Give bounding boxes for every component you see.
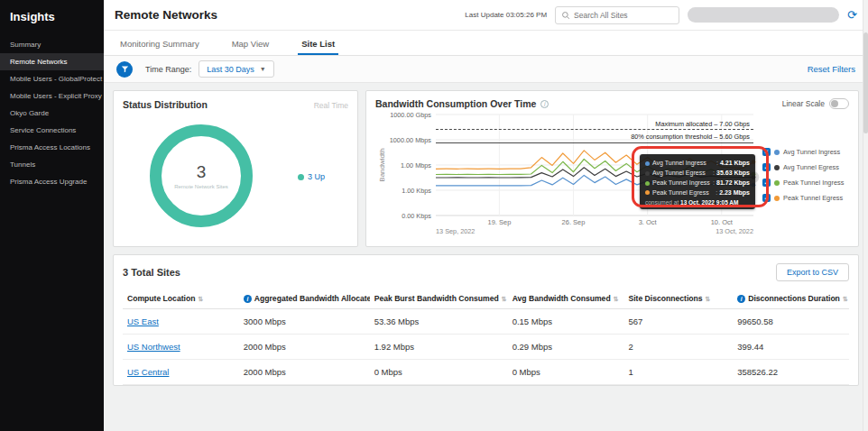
plot-column: Maximum allocated – 7.00 Gbps80% consump… [436, 115, 753, 235]
tooltip-row: Avg Tunnel Egress:35.63 Kbps [645, 169, 750, 179]
sidebar-item-okyo-garde[interactable]: Okyo Garde [0, 105, 104, 122]
refresh-icon[interactable]: ⟳ [847, 9, 857, 21]
funnel-icon [121, 65, 129, 73]
redacted-account-pill [688, 7, 839, 23]
table-cell: 2000 Mbps [239, 335, 370, 360]
x-tick: 26. Sep [562, 218, 586, 226]
site-count-label: Remote Network Sites [174, 184, 228, 189]
y-tick: 1.00 Kbps [402, 187, 431, 195]
toggle-knob [831, 100, 838, 107]
table-cell: 2 [623, 335, 733, 360]
column-header-avg-bandwidth-consumed[interactable]: Avg Bandwidth Consumed⇅ [508, 289, 624, 309]
y-axis-title-wrap: Bandwidth [375, 115, 387, 216]
sidebar-item-prisma-access-upgrade[interactable]: Prisma Access Upgrade [0, 173, 104, 190]
sort-icon[interactable]: ⇅ [614, 296, 619, 302]
info-icon[interactable]: i [244, 295, 252, 303]
linear-scale-label: Linear Scale [782, 99, 825, 108]
checkbox-checked-icon[interactable]: ✓ [762, 148, 771, 156]
sidebar-item-mobile-users-globalprotect[interactable]: Mobile Users - GlobalProtect [0, 70, 104, 87]
tab-monitoring-summary[interactable]: Monitoring Summary [116, 31, 203, 55]
scrollbar[interactable] [863, 0, 868, 431]
series-color-dot [645, 181, 650, 186]
series-color-dot [645, 171, 650, 176]
linear-scale-toggle[interactable] [829, 98, 849, 109]
table-cell: 3000 Mbps [239, 309, 370, 335]
checkbox-checked-icon[interactable]: ✓ [762, 163, 771, 171]
status-legend-up[interactable]: 3 Up [298, 172, 325, 181]
series-color-dot [774, 196, 780, 201]
legend-label: Avg Tunnel Egress [783, 163, 839, 171]
tooltip-series-label: Avg Tunnel Ingress [652, 159, 715, 169]
table-cell: 0.29 Mbps [508, 335, 624, 360]
linear-scale-control: Linear Scale [782, 98, 849, 109]
table-row: US Northwest2000 Mbps1.92 Mbps0.29 Mbps2… [123, 335, 849, 360]
y-tick: 1000.00 Gbps [390, 111, 431, 119]
reset-filters-link[interactable]: Reset Filters [808, 64, 855, 74]
y-tick: 1000.00 Mbps [390, 136, 431, 144]
table-title: 3 Total Sites [123, 267, 180, 278]
up-count-label: 3 Up [308, 172, 325, 181]
legend-label: Avg Tunnel Ingress [783, 148, 840, 156]
tab-map-view[interactable]: Map View [228, 31, 273, 55]
filter-icon-button[interactable] [116, 61, 133, 78]
table-cell: 0 Mbps [370, 360, 508, 385]
scrollbar-thumb[interactable] [863, 32, 868, 133]
table-cell: 2000 Mbps [239, 360, 370, 385]
site-link-us-east[interactable]: US East [127, 316, 159, 326]
tooltip-series-label: Peak Tunnel Egress [652, 188, 714, 198]
column-header-site-disconnections[interactable]: Site Disconnections⇅ [623, 289, 733, 309]
sites-table-card: 3 Total Sites Export to CSV Compute Loca… [113, 254, 859, 386]
sort-icon[interactable]: ⇅ [198, 296, 203, 302]
time-range-value: Last 30 Days [207, 65, 254, 74]
chart-legend: ✓Avg Tunnel Ingress✓Avg Tunnel Egress✓Pe… [753, 115, 849, 235]
column-header-compute-location[interactable]: Compute Location⇅ [123, 289, 239, 309]
site-link-us-central[interactable]: US Central [127, 367, 169, 377]
time-range-select[interactable]: Last 30 Days ▼ [199, 60, 273, 78]
app-title: Insights [0, 0, 104, 36]
legend-item-peak-tunnel-ingress[interactable]: ✓Peak Tunnel Ingress [762, 179, 849, 187]
bandwidth-chart-plot[interactable]: Maximum allocated – 7.00 Gbps80% consump… [436, 115, 753, 216]
sidebar-item-tunnels[interactable]: Tunnels [0, 156, 104, 173]
up-status-dot [298, 174, 304, 180]
tooltip-row: Peak Tunnel Ingress:81.72 Kbps [645, 179, 750, 188]
sidebar-item-remote-networks[interactable]: Remote Networks [0, 53, 104, 70]
sort-icon[interactable]: ⇅ [706, 296, 711, 302]
column-header-disconnections-duration[interactable]: iDisconnections Duration⇅ [733, 289, 849, 309]
legend-item-peak-tunnel-egress[interactable]: ✓Peak Tunnel Egress [762, 194, 849, 202]
series-color-dot [645, 190, 650, 195]
checkbox-checked-icon[interactable]: ✓ [762, 194, 771, 202]
sidebar-item-service-connections[interactable]: Service Connections [0, 122, 104, 139]
tooltip-value: 81.72 Kbps [716, 179, 750, 188]
legend-item-avg-tunnel-ingress[interactable]: ✓Avg Tunnel Ingress [762, 148, 849, 156]
legend-label: Peak Tunnel Ingress [783, 179, 844, 187]
site-count: 3 [197, 162, 207, 182]
real-time-label: Real Time [314, 101, 348, 110]
search-input[interactable] [574, 11, 673, 20]
sidebar-item-summary[interactable]: Summary [0, 36, 104, 53]
column-header-peak-burst-bandwidth-consumed[interactable]: Peak Burst Bandwidth Consumed⇅ [370, 289, 508, 309]
topbar: Remote Networks Last Update 03:05:26 PM … [104, 0, 868, 31]
threshold-line [436, 142, 753, 143]
sidebar-item-prisma-access-locations[interactable]: Prisma Access Locations [0, 139, 104, 156]
export-csv-button[interactable]: Export to CSV [776, 263, 849, 281]
search-box[interactable] [555, 6, 679, 24]
site-link-us-northwest[interactable]: US Northwest [127, 342, 180, 352]
series-color-dot [645, 161, 650, 166]
tab-bar: Monitoring SummaryMap ViewSite List [104, 31, 868, 56]
column-header-aggregated-bandwidth-allocated[interactable]: iAggregated Bandwidth Allocated⇅ [239, 289, 370, 309]
tab-site-list[interactable]: Site List [298, 31, 338, 55]
sort-icon[interactable]: ⇅ [843, 296, 848, 302]
table-cell: 99650.58 [733, 309, 849, 335]
checkbox-checked-icon[interactable]: ✓ [762, 179, 771, 187]
sort-icon[interactable]: ⇅ [502, 296, 507, 302]
table-cell: 358526.22 [733, 360, 849, 385]
x-tick: 3. Oct [639, 218, 657, 226]
x-axis-range: 13 Sep, 2022 13 Oct, 2022 [436, 227, 753, 235]
info-icon[interactable]: i [737, 295, 745, 303]
info-icon[interactable]: i [540, 100, 549, 108]
sidebar-item-mobile-users-explicit-proxy[interactable]: Mobile Users - Explicit Proxy [0, 87, 104, 105]
legend-item-avg-tunnel-egress[interactable]: ✓Avg Tunnel Egress [762, 163, 849, 171]
y-axis-title: Bandwidth [377, 148, 385, 181]
tooltip-series-label: Avg Tunnel Egress [652, 169, 711, 179]
y-tick: 1.00 Mbps [401, 161, 431, 170]
